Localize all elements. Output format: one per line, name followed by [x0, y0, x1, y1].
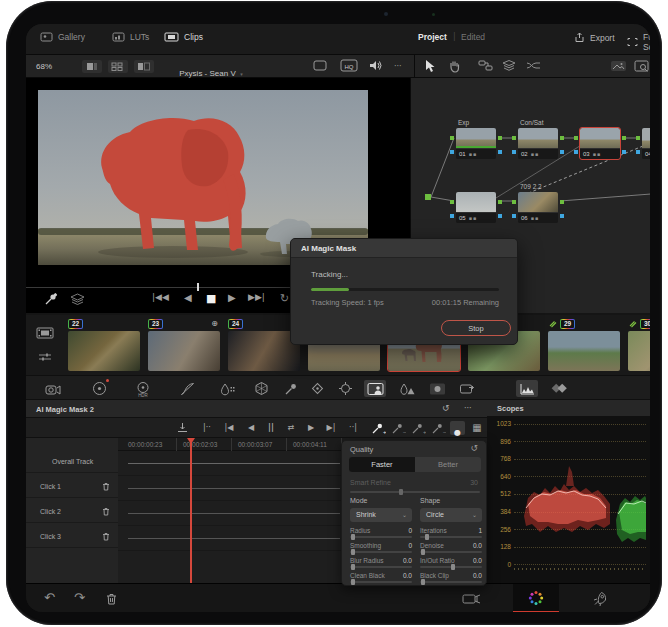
tab-luts[interactable]: LUTs [112, 32, 149, 42]
delete-track-button[interactable] [102, 482, 110, 491]
mixer-icon[interactable] [526, 59, 541, 72]
panel-reset-button[interactable]: ↺ [442, 403, 450, 413]
zoom-level[interactable]: 68% [36, 62, 52, 71]
clips-filter-icon[interactable] [36, 327, 54, 339]
project-label[interactable]: Project [418, 32, 447, 42]
param-smoothing[interactable]: Smoothing0 [350, 542, 412, 556]
param-radius[interactable]: Radius0 [350, 527, 412, 541]
panel-overflow-button[interactable]: ··· [464, 404, 472, 413]
blur-icon[interactable] [398, 380, 416, 397]
play-forward-button[interactable]: ▶ [228, 292, 236, 303]
clip-30-thumbnail[interactable] [628, 331, 650, 371]
color-wheels-icon[interactable] [90, 380, 108, 397]
keyframes-icon[interactable] [550, 380, 568, 397]
clip-22[interactable]: 22 [68, 318, 140, 371]
view-single-button[interactable] [82, 60, 102, 73]
tab-better[interactable]: Better [415, 457, 481, 472]
node-06[interactable]: 709 2.2 06▪▪ [518, 192, 558, 223]
node-03-selected[interactable]: 03▪▪ [580, 128, 620, 159]
cursor-tool-icon[interactable] [424, 59, 436, 73]
dialog-header[interactable]: AI Magic Mask [291, 239, 517, 258]
param-clean-black[interactable]: Clean Black0.0 [350, 572, 412, 586]
stop-tracking-button[interactable]: Stop [441, 320, 511, 336]
track-row-click1[interactable]: Click 1 [26, 476, 118, 498]
layers-icon[interactable] [502, 59, 516, 72]
tab-faster[interactable]: Faster [349, 457, 415, 472]
hq-icon[interactable]: HQ [340, 59, 358, 73]
view-grid-button[interactable] [108, 60, 128, 73]
undo-button[interactable]: ↶ [44, 590, 55, 605]
tab-clips[interactable]: Clips [164, 32, 203, 42]
play-reverse-button[interactable]: ◀ [184, 292, 192, 303]
camera-raw-icon[interactable] [44, 380, 62, 397]
node-04[interactable]: 04▪▪ [642, 128, 650, 159]
mark-in-button[interactable]: |·· [198, 421, 216, 435]
curves-icon[interactable] [178, 380, 196, 397]
qualifier-icon[interactable] [218, 380, 236, 397]
color-warper-icon[interactable] [252, 380, 270, 397]
shape-dropdown[interactable]: Circle⌄ [420, 508, 482, 522]
next-frame-button[interactable]: ▶| [322, 421, 340, 435]
hdr-wheels-icon[interactable]: HDR [134, 380, 152, 397]
delete-track-button[interactable] [102, 507, 110, 516]
stop-button[interactable]: ■ [206, 292, 216, 305]
loop-button[interactable]: ↻ [280, 292, 289, 305]
mask-overlay-toggle[interactable]: ● [450, 421, 465, 435]
param-iterations[interactable]: Iterations1 [420, 527, 482, 541]
param-inout-ratio[interactable]: In/Out Ratio0.0 [420, 557, 482, 571]
picker-tool-icon[interactable] [282, 380, 300, 397]
pause-button[interactable]: || [262, 421, 280, 435]
clip-title[interactable]: Pxysis - Sean V [179, 69, 235, 78]
delete-button[interactable] [106, 593, 117, 605]
viewer-overflow-menu[interactable]: ··· [394, 62, 402, 71]
param-denoise[interactable]: Denoise0.0 [420, 542, 482, 556]
mark-out-button[interactable]: ··| [344, 421, 362, 435]
track-mask-icon[interactable] [176, 422, 189, 434]
color-page-button[interactable] [513, 584, 559, 612]
stills-icon[interactable] [610, 59, 627, 73]
eyedropper-refine-add[interactable]: + [410, 421, 426, 435]
eyedropper-add-selected[interactable]: + [370, 421, 386, 435]
track-row-click3[interactable]: Click 3 [26, 526, 118, 548]
clip-29-thumbnail[interactable] [548, 331, 620, 371]
loop-mode-button[interactable]: ⇄ [282, 421, 300, 435]
cut-page-button[interactable] [462, 592, 482, 606]
sizing-icon[interactable] [458, 380, 476, 397]
export-button[interactable]: Export [574, 32, 615, 43]
clip-22-thumbnail[interactable] [68, 331, 140, 371]
redo-button[interactable]: ↷ [74, 590, 85, 605]
track-row-click2[interactable]: Click 2 [26, 501, 118, 523]
quality-reset-button[interactable]: ↺ [470, 443, 478, 453]
forward-button[interactable]: ▶ [302, 421, 320, 435]
pan-hand-icon[interactable] [448, 59, 461, 73]
timeline-playhead[interactable] [187, 438, 194, 583]
quick-export-rocket-button[interactable] [592, 591, 608, 607]
param-blur-radius[interactable]: Blur Radius0.0 [350, 557, 412, 571]
viewer-eyedropper-icon[interactable] [44, 292, 58, 306]
tracker-icon[interactable] [308, 380, 326, 397]
clip-23[interactable]: 23 ⊕ [148, 318, 220, 371]
matte-view-toggle[interactable]: ▦ [468, 421, 486, 435]
source-node-output[interactable] [425, 194, 431, 200]
clip-30[interactable]: 30 [628, 318, 650, 371]
sort-options-icon[interactable] [38, 351, 52, 363]
power-window-icon[interactable] [428, 380, 446, 397]
clip-29[interactable]: 29 [548, 318, 620, 371]
eyedropper-subtract[interactable]: − [390, 421, 406, 435]
reverse-button[interactable]: ◀ [242, 421, 260, 435]
audio-mute-icon[interactable] [368, 59, 382, 73]
smart-refine-slider[interactable] [350, 491, 480, 493]
viewer-playhead-tick[interactable] [197, 283, 199, 291]
eyedropper-refine-subtract[interactable]: − [430, 421, 446, 435]
prev-frame-button[interactable]: |◀ [220, 421, 238, 435]
fullscreen-button[interactable]: Full Screen [627, 32, 650, 52]
node-05[interactable]: 05▪▪ [456, 192, 496, 223]
tab-gallery[interactable]: Gallery [40, 32, 85, 42]
wipe-modes-icon[interactable] [70, 292, 85, 306]
node-02[interactable]: Con/Sat 02▪▪ [518, 128, 558, 159]
scopes-tool-icon[interactable] [516, 380, 538, 397]
param-black-clip[interactable]: Black Clip0.0 [420, 572, 482, 586]
node-01[interactable]: Exp 01▪▪ [456, 128, 496, 159]
last-frame-button[interactable]: ▶▶| [248, 292, 265, 302]
stabilizer-icon[interactable] [336, 380, 354, 397]
